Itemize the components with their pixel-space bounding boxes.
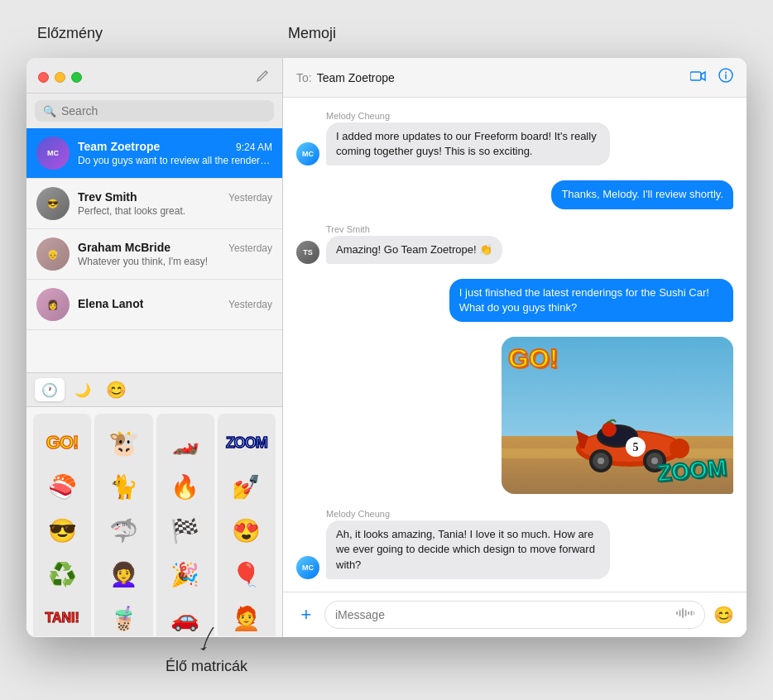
audio-waveform-icon[interactable] — [676, 607, 694, 622]
conv-name: Elena Lanot — [78, 297, 143, 310]
conversation-list: MC Team Zoetrope 9:24 AM Do you guys wan… — [26, 128, 282, 372]
svg-rect-28 — [694, 611, 694, 615]
messages-area: Melody Cheung MC I added more updates to… — [283, 98, 747, 592]
sender-label: Trev Smith — [326, 224, 733, 234]
avatar: MC — [36, 137, 70, 170]
message-row: MC Ah, it looks amazing, Tania! I love i… — [296, 520, 733, 579]
photo-canvas: 5 GO! ZOOM — [502, 337, 733, 494]
conv-info: Graham McBride Yesterday Whatever you th… — [78, 241, 272, 267]
avatar: TS — [296, 241, 319, 264]
message-block: Melody Cheung MC Ah, it looks amazing, T… — [296, 509, 733, 579]
sticker-grid: GO! 🐮 🏎️ ZOOM 🍣 🐈 — [26, 407, 282, 636]
message-block: Trev Smith TS Amazing! Go Team Zoetrope!… — [296, 224, 733, 264]
conv-time: Yesterday — [228, 192, 272, 204]
message-bubble: Thanks, Melody. I'll review shortly. — [551, 180, 733, 209]
input-area: + 😊 — [283, 592, 747, 637]
sender-label: Melody Cheung — [326, 509, 733, 519]
conv-preview: Whatever you think, I'm easy! — [78, 256, 272, 267]
avatar: 👴 — [36, 237, 70, 271]
traffic-lights — [38, 72, 82, 83]
close-button[interactable] — [38, 72, 49, 83]
conv-name: Trev Smith — [78, 190, 137, 204]
előzmény-label: Előzmény — [37, 25, 103, 42]
sticker-tabs: 🕐 🌙 😊 — [26, 373, 282, 407]
sticker-cell[interactable]: 🧋 — [94, 589, 152, 636]
conv-name: Team Zoetrope — [78, 140, 160, 153]
message-bubble: I added more updates to our Freeform boa… — [326, 122, 610, 165]
conv-preview: Do you guys want to review all the rende… — [78, 155, 272, 166]
svg-rect-23 — [679, 610, 681, 616]
message-bubble: Amazing! Go Team Zoetrope! 👏 — [326, 236, 502, 264]
search-icon: 🔍 — [43, 105, 56, 117]
svg-rect-25 — [685, 610, 687, 616]
avatar: 👩 — [36, 288, 70, 321]
svg-rect-27 — [691, 611, 693, 616]
sticker-cell[interactable]: TANI! — [33, 589, 91, 636]
svg-rect-22 — [676, 611, 678, 615]
message-block: 5 GO! ZOOM — [296, 337, 733, 494]
avatar: 😎 — [36, 187, 70, 220]
message-block: Melody Cheung MC I added more updates to… — [296, 111, 733, 165]
avatar: MC — [296, 142, 319, 165]
svg-point-21 — [602, 422, 617, 437]
sticker-tab-memoji[interactable]: 🌙 — [68, 378, 98, 401]
message-row: I just finished the latest renderings fo… — [296, 279, 733, 322]
conversation-item[interactable]: MC Team Zoetrope 9:24 AM Do you guys wan… — [26, 128, 282, 179]
avatar: MC — [296, 556, 319, 579]
conv-info: Trev Smith Yesterday Perfect, that looks… — [78, 190, 272, 217]
message-row: Thanks, Melody. I'll review shortly. — [296, 180, 733, 209]
conversation-item[interactable]: 👩 Elena Lanot Yesterday — [26, 280, 282, 330]
message-row: MC I added more updates to our Freeform … — [296, 122, 733, 165]
to-label: To: — [296, 71, 312, 84]
conv-time: 9:24 AM — [236, 141, 272, 153]
search-wrapper[interactable]: 🔍 — [35, 100, 274, 122]
svg-rect-0 — [690, 72, 701, 80]
message-row: 5 GO! ZOOM — [296, 337, 733, 494]
video-call-icon[interactable] — [690, 69, 707, 86]
maximize-button[interactable] — [71, 72, 82, 83]
message-block: I just finished the latest renderings fo… — [296, 279, 733, 322]
svg-point-3 — [725, 72, 727, 74]
compose-icon[interactable] — [256, 68, 271, 86]
sticker-panel: 🕐 🌙 😊 GO! 🐮 🏎️ ZOOM — [26, 372, 282, 637]
conv-preview: Perfect, that looks great. — [78, 205, 272, 217]
to-name: Team Zoetrope — [317, 71, 395, 84]
conv-info: Elena Lanot Yesterday — [78, 297, 272, 312]
chat-header-title: To: Team Zoetrope — [296, 71, 395, 84]
search-bar: 🔍 — [26, 93, 282, 128]
svg-rect-24 — [682, 608, 684, 618]
message-bubble: Ah, it looks amazing, Tania! I love it s… — [326, 520, 610, 579]
sender-label: Melody Cheung — [326, 111, 733, 121]
élő-matricák-label: Élő matricák — [166, 658, 247, 675]
chat-header: To: Team Zoetrope — [283, 58, 747, 98]
title-bar — [26, 58, 282, 93]
conversation-item[interactable]: 😎 Trev Smith Yesterday Perfect, that loo… — [26, 179, 282, 229]
photo-message: 5 GO! ZOOM — [502, 337, 733, 494]
emoji-button[interactable]: 😊 — [712, 603, 735, 626]
chat-header-icons — [690, 68, 733, 87]
search-input[interactable] — [61, 104, 266, 117]
conv-time: Yesterday — [228, 299, 272, 310]
minimize-button[interactable] — [55, 72, 65, 83]
conv-info: Team Zoetrope 9:24 AM Do you guys want t… — [78, 140, 272, 166]
message-bubble: I just finished the latest renderings fo… — [449, 279, 733, 322]
left-panel: 🔍 MC Team Zoetrope 9:24 AM Do you guys w… — [26, 58, 283, 637]
conversation-item[interactable]: 👴 Graham McBride Yesterday Whatever you … — [26, 229, 282, 280]
memoji-label: Memoji — [288, 25, 336, 42]
message-row: TS Amazing! Go Team Zoetrope! 👏 — [296, 236, 733, 264]
conv-name: Graham McBride — [78, 241, 170, 254]
svg-text:5: 5 — [633, 441, 639, 453]
svg-rect-26 — [688, 611, 689, 615]
right-panel: To: Team Zoetrope — [283, 58, 747, 637]
svg-point-15 — [598, 458, 604, 464]
message-block: Thanks, Melody. I'll review shortly. — [296, 180, 733, 209]
svg-point-11 — [670, 439, 689, 458]
add-button[interactable]: + — [295, 603, 318, 626]
sticker-tab-custom[interactable]: 😊 — [101, 378, 131, 401]
message-input[interactable] — [335, 608, 676, 621]
go-sticker: GO! — [508, 343, 558, 374]
conv-time: Yesterday — [228, 242, 272, 254]
message-input-wrapper — [324, 601, 705, 629]
sticker-tab-recent[interactable]: 🕐 — [35, 378, 65, 401]
info-icon[interactable] — [718, 68, 733, 87]
